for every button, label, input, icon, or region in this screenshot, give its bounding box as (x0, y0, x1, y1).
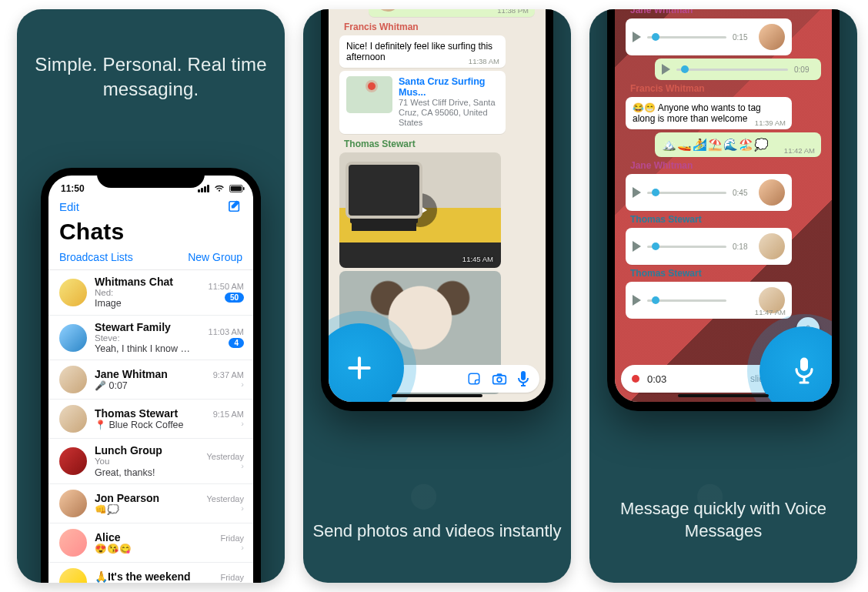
chat-row[interactable]: Alice 😍😘😋 Friday › (48, 523, 253, 563)
play-icon[interactable] (633, 187, 641, 198)
signal-icon (198, 185, 210, 192)
voice-message-out[interactable]: 11:38 PM (369, 9, 535, 17)
panel-voice: 11:37 AMJane Whitman 0:15 0:09Francis Wh… (589, 9, 857, 583)
camera-icon[interactable] (492, 372, 507, 386)
caption-text: Send photos and videos instantly (303, 520, 571, 543)
chat-subline: You (95, 457, 193, 467)
voice-track[interactable] (647, 299, 726, 302)
duration: 0:45 (733, 189, 753, 197)
map-thumb (346, 76, 392, 113)
chat-row[interactable]: Whitmans Chat Ned: Image 11:50 AM 50 (48, 270, 253, 316)
avatar (759, 233, 785, 259)
timestamp: 11:38 PM (497, 9, 529, 15)
chat-snippet: 👊💭 (95, 504, 193, 515)
chat-name: Thomas Stewart (95, 407, 193, 420)
text-bubble-in[interactable]: Nice! I definitely feel like surfing thi… (339, 35, 506, 68)
chat-time: Friday (201, 573, 244, 582)
svg-rect-9 (800, 358, 808, 372)
sender-label: Thomas Stewart (621, 214, 826, 225)
chat-name: Jane Whitman (95, 368, 193, 380)
pin-icon: 📍 (95, 420, 106, 430)
avatar (59, 324, 87, 352)
svg-rect-7 (521, 371, 526, 380)
bubble-text: 😂😁 Anyone who wants to tag along is more… (633, 102, 761, 124)
location-addr: Cruz, CA 95060, United States (399, 108, 499, 128)
record-dot-icon (632, 375, 639, 383)
unread-badge: 50 (225, 293, 244, 303)
emoji-bubble-out[interactable]: 🏔️🚤🏄⛱️🌊🏖️💭11:42 AM (655, 132, 821, 157)
sender-label: Francis Whitman (621, 83, 826, 94)
phone-media: 11:38 PM Francis Whitman Nice! I definit… (321, 9, 553, 411)
svg-point-6 (497, 377, 502, 382)
broadcast-link[interactable]: Broadcast Lists (59, 251, 133, 263)
chat-name: 🙏It's the weekend (95, 570, 193, 583)
avatar (59, 529, 87, 557)
avatar (59, 279, 87, 306)
sticker-icon[interactable] (467, 372, 481, 386)
voice-note-in[interactable]: 0:45 (626, 174, 792, 211)
notch (97, 168, 205, 188)
svg-rect-1 (231, 186, 242, 192)
pin-icon (368, 82, 376, 90)
chat-snippet: 🎤 0:07 (95, 380, 193, 392)
unread-badge: 4 (229, 338, 244, 348)
wifi-icon (213, 185, 225, 192)
home-bar (678, 394, 769, 397)
home-bar (392, 394, 482, 397)
svg-rect-2 (243, 187, 245, 190)
timestamp: 11:39 AM (755, 119, 786, 127)
voice-note-in[interactable]: 0:18 (626, 228, 792, 265)
voice-track[interactable] (647, 36, 726, 38)
chat-snippet: Great, thanks! (95, 467, 193, 478)
avatar (59, 490, 87, 517)
play-icon[interactable] (403, 193, 437, 227)
chat-row[interactable]: Jane Whitman 🎤 0:07 9:37 AM › (48, 360, 253, 400)
avatar (59, 568, 87, 583)
chat-snippet: 📍 Blue Rock Coffee (95, 420, 193, 431)
voice-note-in[interactable]: 0:15 (626, 18, 792, 55)
chat-row[interactable]: 🙏It's the weekend Ayesha: Friday › (48, 563, 253, 583)
play-icon[interactable] (633, 241, 641, 252)
chat-name: Stewart Family (95, 321, 193, 333)
video-thumb[interactable]: 11:45 AM (339, 152, 501, 268)
play-icon[interactable] (633, 295, 641, 306)
svg-rect-4 (469, 373, 479, 384)
voice-note-in[interactable]: 11:47 AM (626, 282, 792, 319)
voice-track[interactable] (647, 246, 726, 248)
chat-row[interactable]: Jon Pearson 👊💭 Yesterday › (48, 484, 253, 523)
tagline-text: Simple. Personal. Real time messaging. (17, 52, 285, 102)
voice-note-out[interactable]: 0:09 (655, 59, 821, 80)
chat-subline: Ned: (95, 288, 193, 298)
chat-name: Jon Pearson (95, 492, 193, 504)
play-icon[interactable] (662, 64, 670, 75)
screen-chats: 11:50 Edit Chats Br (48, 176, 253, 583)
sender-label: Thomas Stewart (621, 268, 826, 279)
voice-track[interactable] (676, 69, 788, 71)
timestamp: 11:45 AM (462, 255, 493, 263)
edit-button[interactable]: Edit (59, 200, 79, 213)
location-bubble[interactable]: Santa Cruz Surfing Mus... 71 West Cliff … (339, 71, 506, 134)
chat-row[interactable]: Stewart Family Steve: Yeah, I think I kn… (48, 316, 253, 361)
chat-name: Alice (95, 531, 193, 544)
voice-track[interactable] (647, 192, 726, 194)
compose-icon[interactable] (227, 199, 242, 214)
phone-voice: 11:37 AMJane Whitman 0:15 0:09Francis Wh… (607, 9, 840, 411)
chat-row[interactable]: Thomas Stewart 📍 Blue Rock Coffee 9:15 A… (48, 400, 253, 439)
play-icon[interactable] (633, 32, 641, 42)
text-bubble-in[interactable]: 😂😁 Anyone who wants to tag along is more… (626, 97, 792, 129)
panel-media: 11:38 PM Francis Whitman Nice! I definit… (303, 9, 571, 583)
record-time: 0:03 (647, 373, 666, 385)
chat-subline: Steve: (95, 333, 193, 343)
newgroup-link[interactable]: New Group (188, 251, 242, 263)
duration: 0:15 (733, 33, 753, 42)
avatar (59, 366, 87, 393)
chat-time: Yesterday (201, 494, 244, 503)
clock: 11:50 (61, 183, 85, 194)
mic-icon[interactable] (518, 371, 529, 386)
chat-snippet: Yeah, I think I know what you m... (95, 343, 193, 354)
chat-time: Friday (201, 533, 244, 543)
battery-icon (229, 185, 241, 192)
timestamp: 11:47 AM (755, 308, 786, 316)
location-addr: 71 West Cliff Drive, Santa (399, 98, 499, 108)
chat-row[interactable]: Lunch Group You Great, thanks! Yesterday… (48, 439, 253, 484)
